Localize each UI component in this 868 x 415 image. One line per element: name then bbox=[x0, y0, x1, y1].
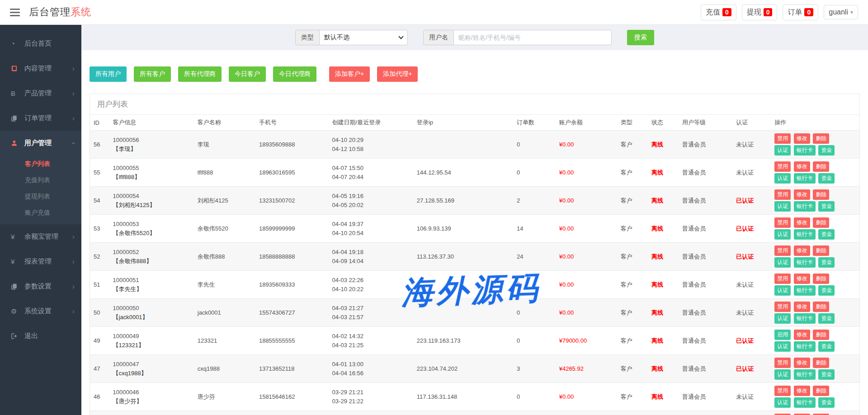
all-customers-button[interactable]: 所有客户 bbox=[134, 66, 171, 82]
funds-button[interactable]: 资金 bbox=[818, 341, 835, 352]
bankcard-button[interactable]: 银行卡 bbox=[794, 369, 816, 380]
delete-button[interactable]: 删除 bbox=[813, 302, 829, 312]
column-header: 客户信息 bbox=[109, 115, 194, 131]
delete-button[interactable]: 删除 bbox=[813, 245, 829, 256]
edit-button[interactable]: 修改 bbox=[794, 358, 810, 368]
disable-button[interactable]: 禁用 bbox=[774, 302, 791, 312]
today-customers-button[interactable]: 今日客户 bbox=[229, 66, 266, 82]
gear-icon: ⚙ bbox=[11, 307, 22, 316]
bankcard-button[interactable]: 银行卡 bbox=[794, 397, 816, 408]
all-agents-button[interactable]: 所有代理商 bbox=[178, 66, 222, 82]
enable-button[interactable]: 启用 bbox=[774, 330, 791, 340]
cell-order-count: 2 bbox=[513, 187, 556, 215]
funds-button[interactable]: 资金 bbox=[818, 173, 835, 184]
edit-button[interactable]: 修改 bbox=[794, 386, 810, 396]
type-select[interactable]: 默认不选 bbox=[319, 30, 408, 45]
user-menu-button[interactable]: guanli▾ bbox=[824, 5, 858, 19]
auth-button[interactable]: 认证 bbox=[774, 313, 791, 324]
menu-toggle-icon[interactable] bbox=[10, 9, 20, 16]
auth-button[interactable]: 认证 bbox=[774, 397, 791, 408]
bankcard-button[interactable]: 银行卡 bbox=[794, 229, 816, 240]
all-users-button[interactable]: 所有用户 bbox=[90, 66, 127, 82]
delete-button[interactable]: 删除 bbox=[813, 161, 829, 172]
disable-button[interactable]: 禁用 bbox=[774, 358, 791, 368]
cell-phone: 15574306727 bbox=[255, 299, 329, 327]
auth-button[interactable]: 认证 bbox=[774, 145, 791, 156]
edit-button[interactable]: 修改 bbox=[794, 161, 810, 172]
auth-button[interactable]: 认证 bbox=[774, 173, 791, 184]
sidebar-subitem-users-0[interactable]: 客户列表 bbox=[0, 156, 81, 172]
auth-button[interactable]: 认证 bbox=[774, 201, 791, 212]
sidebar-item-reports[interactable]: ¥ 报表管理 › bbox=[0, 249, 81, 274]
bankcard-button[interactable]: 银行卡 bbox=[794, 313, 816, 324]
disable-button[interactable]: 禁用 bbox=[774, 217, 791, 228]
delete-button[interactable]: 删除 bbox=[813, 189, 829, 200]
delete-button[interactable]: 删除 bbox=[813, 217, 829, 228]
funds-button[interactable]: 资金 bbox=[818, 369, 835, 380]
cell-order-count: 0 bbox=[513, 271, 556, 299]
bankcard-button[interactable]: 银行卡 bbox=[794, 341, 816, 352]
cell-balance: ¥0.00 bbox=[556, 243, 617, 271]
username-input[interactable] bbox=[453, 30, 612, 45]
sidebar-item-content[interactable]: 内容管理 › bbox=[0, 56, 81, 81]
today-agents-button[interactable]: 今日代理商 bbox=[273, 66, 316, 82]
recharge-button[interactable]: 充值0 bbox=[701, 5, 736, 20]
withdraw-button[interactable]: 提现0 bbox=[742, 5, 778, 20]
auth-button[interactable]: 认证 bbox=[774, 257, 791, 268]
funds-button[interactable]: 资金 bbox=[818, 201, 835, 212]
funds-button[interactable]: 资金 bbox=[818, 229, 835, 240]
bankcard-button[interactable]: 银行卡 bbox=[794, 257, 816, 268]
funds-button[interactable]: 资金 bbox=[818, 145, 835, 156]
sidebar-subitem-users-2[interactable]: 提现列表 bbox=[0, 188, 81, 204]
edit-button[interactable]: 修改 bbox=[794, 274, 810, 284]
edit-button[interactable]: 修改 bbox=[794, 330, 810, 340]
disable-button[interactable]: 禁用 bbox=[774, 161, 791, 172]
disable-button[interactable]: 禁用 bbox=[774, 133, 791, 144]
edit-button[interactable]: 修改 bbox=[794, 189, 810, 200]
delete-button[interactable]: 删除 bbox=[813, 330, 829, 340]
auth-button[interactable]: 认证 bbox=[774, 229, 791, 240]
bankcard-button[interactable]: 银行卡 bbox=[794, 145, 816, 156]
funds-button[interactable]: 资金 bbox=[818, 285, 835, 296]
disable-button[interactable]: 禁用 bbox=[774, 274, 791, 284]
orders-button[interactable]: 订单0 bbox=[783, 5, 818, 20]
auth-button[interactable]: 认证 bbox=[774, 369, 791, 380]
add-customer-button[interactable]: 添加客户+ bbox=[329, 66, 370, 82]
sidebar-item-products[interactable]: Ƀ 产品管理 › bbox=[0, 81, 81, 106]
sidebar-subitem-users-1[interactable]: 充值列表 bbox=[0, 172, 81, 188]
edit-button[interactable]: 修改 bbox=[794, 217, 810, 228]
bankcard-button[interactable]: 银行卡 bbox=[794, 201, 816, 212]
delete-button[interactable]: 删除 bbox=[813, 133, 829, 144]
disable-button[interactable]: 禁用 bbox=[774, 386, 791, 396]
sidebar-item-orders[interactable]: 订单管理 › bbox=[0, 106, 81, 131]
disable-button[interactable]: 禁用 bbox=[774, 189, 791, 200]
add-agent-button[interactable]: 添加代理+ bbox=[377, 66, 418, 82]
auth-button[interactable]: 认证 bbox=[774, 341, 791, 352]
funds-button[interactable]: 资金 bbox=[818, 313, 835, 324]
sidebar-item-logout[interactable]: 退出 bbox=[0, 324, 81, 349]
cell-type: 客户 bbox=[617, 327, 648, 355]
edit-button[interactable]: 修改 bbox=[794, 245, 810, 256]
funds-button[interactable]: 资金 bbox=[818, 397, 835, 408]
sidebar-item-yuebao[interactable]: ¥ 余额宝管理 › bbox=[0, 224, 81, 249]
cell-customer-name: 余敬伟888 bbox=[194, 243, 255, 271]
sidebar-item-system[interactable]: ⚙ 系统设置 › bbox=[0, 299, 81, 324]
sidebar-item-params[interactable]: 参数设置 › bbox=[0, 274, 81, 299]
delete-button[interactable]: 删除 bbox=[813, 386, 829, 396]
search-button[interactable]: 搜索 bbox=[627, 30, 654, 45]
cell-phone: 18935609888 bbox=[255, 131, 329, 159]
delete-button[interactable]: 删除 bbox=[813, 358, 829, 368]
disable-button[interactable]: 禁用 bbox=[774, 245, 791, 256]
funds-button[interactable]: 资金 bbox=[818, 257, 835, 268]
sidebar-subitem-users-3[interactable]: 账户充值 bbox=[0, 204, 81, 221]
cell-type: 客户 bbox=[617, 355, 648, 383]
sidebar-item-home[interactable]: ◔ 后台首页 bbox=[0, 31, 81, 56]
auth-button[interactable]: 认证 bbox=[774, 285, 791, 296]
bankcard-button[interactable]: 银行卡 bbox=[794, 285, 816, 296]
edit-button[interactable]: 修改 bbox=[794, 133, 810, 144]
delete-button[interactable]: 删除 bbox=[813, 274, 829, 284]
edit-button[interactable]: 修改 bbox=[794, 302, 810, 312]
bankcard-button[interactable]: 银行卡 bbox=[794, 173, 816, 184]
sidebar-item-users[interactable]: 用户管理 › bbox=[0, 131, 81, 156]
cell-actions: 禁用 修改 删除 认证 银行卡 资金 bbox=[771, 215, 859, 243]
